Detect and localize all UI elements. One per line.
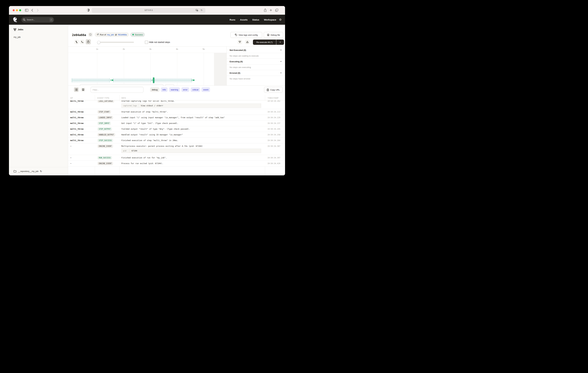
- flat-gantt-view-button[interactable]: [74, 40, 79, 44]
- gantt-marker-dot[interactable]: [193, 79, 195, 81]
- gantt-step-span[interactable]: [113, 78, 151, 82]
- log-event-type-cell: LOADED_INPUT: [95, 115, 119, 120]
- log-structured-view-button[interactable]: [81, 87, 85, 92]
- slider-thumb[interactable]: [97, 41, 100, 44]
- log-row[interactable]: multi_threeLOADED_INPUTLoaded input "i" …: [68, 115, 285, 121]
- privacy-shield-icon[interactable]: [87, 9, 90, 12]
- sidebar-jobs-header: Jobs: [14, 28, 23, 31]
- log-row[interactable]: multi_threeSTEP_SUCCESSFinished executio…: [68, 138, 285, 143]
- section-not-executed[interactable]: Not Executed (0) ▼: [227, 47, 285, 53]
- log-row[interactable]: multi_threeHANDLED_OUTPUTHandled output …: [68, 132, 285, 138]
- event-type-tag: STEP_INPUT: [97, 121, 111, 125]
- log-event-type-cell: RUN_SUCCESS: [95, 155, 119, 161]
- event-type-tag: LOADED_INPUT: [97, 116, 113, 119]
- new-tab-icon[interactable]: [270, 9, 272, 11]
- log-row[interactable]: multi_threeSTEP_OUTPUTYielded output "re…: [68, 126, 285, 132]
- job-link[interactable]: my_job: [107, 33, 114, 36]
- log-op: multi_three: [68, 100, 95, 102]
- snapshot-link[interactable]: f92d468a: [118, 33, 127, 36]
- expand-panel-icon[interactable]: [245, 40, 250, 44]
- log-row[interactable]: multi_threeLOGS_CAPTUREDStarted capturin…: [68, 100, 285, 109]
- reexecute-all-button[interactable]: Re-execute All (*): [253, 40, 276, 45]
- zoom-window-button[interactable]: [19, 9, 21, 11]
- reload-icon[interactable]: ↻: [200, 9, 203, 11]
- log-event-type-cell: STEP_OUTPUT: [95, 126, 119, 132]
- log-row[interactable]: multi_threeSTEP_STARTStarted execution o…: [68, 109, 285, 115]
- log-row[interactable]: multi_threeSTEP_INPUTGot input "i" of ty…: [68, 121, 285, 126]
- log-list-view-button[interactable]: [74, 87, 79, 92]
- debug-file-button[interactable]: Debug file: [264, 32, 283, 38]
- reload-repository-icon[interactable]: ↻: [40, 170, 42, 173]
- nav-item-status[interactable]: Status: [252, 18, 259, 21]
- log-level-chip-event[interactable]: event: [201, 87, 210, 92]
- global-search-input[interactable]: Search... /: [21, 17, 54, 22]
- minimize-window-button[interactable]: [16, 9, 18, 11]
- log-info-cell: Started execution of step "multi_three".: [119, 109, 265, 115]
- app-header: Search... / RunsAssetsStatusWorkspace ⚙: [9, 15, 285, 25]
- gantt-step-span[interactable]: [155, 78, 191, 82]
- nav-item-workspace[interactable]: Workspace: [264, 18, 276, 21]
- log-row[interactable]: -RUN_SUCCESSFinished execution of run fo…: [68, 155, 285, 161]
- log-filter-input[interactable]: Filter...: [91, 87, 143, 93]
- log-level-chip-info[interactable]: info: [161, 87, 168, 92]
- copy-url-button[interactable]: Copy URL: [264, 87, 283, 93]
- share-icon[interactable]: [264, 9, 266, 12]
- log-op: -: [68, 161, 95, 166]
- log-level-chip-warning[interactable]: warning: [169, 87, 180, 92]
- log-level-chip-critical[interactable]: critical: [191, 87, 200, 92]
- log-level-chip-debug[interactable]: debug: [150, 87, 159, 92]
- event-type-tag: HANDLED_OUTPUT: [97, 133, 115, 136]
- nav-item-runs[interactable]: Runs: [230, 18, 235, 21]
- metadata-value[interactable]: View stdout / stderr: [139, 104, 165, 108]
- gantt-marker-dot[interactable]: [112, 79, 113, 81]
- log-row[interactable]: -ENGINE_EVENTProcess for run exited (pid…: [68, 161, 285, 166]
- hide-not-started-label: Hide not started steps: [149, 41, 170, 44]
- sidebar-toggle-icon[interactable]: [25, 9, 28, 12]
- log-event-type-cell: ENGINE_EVENT: [95, 143, 119, 155]
- sidebar-repository-footer[interactable]: __repository__my_job ↻: [9, 167, 68, 175]
- log-info-text: Loaded input "i" using input manager "io…: [121, 116, 263, 119]
- run-info-icon[interactable]: ⓘ: [88, 33, 93, 37]
- reexecute-options-dropdown[interactable]: ▼: [276, 40, 284, 45]
- sidebar-item-my-job[interactable]: my_job: [14, 36, 21, 38]
- collapse-panel-icon[interactable]: [238, 40, 242, 44]
- gantt-marker-open[interactable]: [110, 79, 112, 81]
- copy-url-label: Copy URL: [270, 89, 280, 91]
- settings-gear-icon[interactable]: ⚙: [279, 18, 282, 22]
- section-executing[interactable]: Executing (0) ▼: [227, 59, 285, 65]
- log-op: multi_three: [68, 109, 95, 115]
- forward-icon[interactable]: [37, 9, 39, 12]
- dagster-logo-icon[interactable]: [12, 17, 19, 23]
- log-metadata-table: pid67104: [121, 149, 261, 153]
- address-bar[interactable]: 127.0.0.1 A文 ↻: [92, 8, 205, 13]
- log-info-text: Started execution of step "multi_three".: [121, 111, 263, 113]
- hide-not-started-checkbox[interactable]: [145, 41, 148, 44]
- tab-overview-icon[interactable]: [275, 9, 278, 12]
- waterfall-view-button[interactable]: [80, 40, 84, 44]
- gantt-zoom-slider[interactable]: [97, 42, 134, 43]
- view-tags-config-button[interactable]: View tags and config: [230, 32, 262, 38]
- close-window-button[interactable]: [13, 9, 15, 11]
- log-metadata-table: captured_logsView stdout / stderr: [121, 104, 261, 108]
- gantt-marker-bar[interactable]: [153, 77, 154, 83]
- gantt-chart[interactable]: Type a Step Subset (ex: add_two+*) Hide …: [68, 46, 227, 86]
- timed-gantt-view-button[interactable]: [86, 39, 91, 44]
- step-subset-input[interactable]: Type a Step Subset (ex: add_two+*): [80, 84, 164, 86]
- log-row[interactable]: -ENGINE_EVENTMultiprocess executor: pare…: [68, 143, 285, 155]
- column-header-event-type: EVENT TYPE: [97, 97, 109, 99]
- nav-item-assets[interactable]: Assets: [240, 18, 248, 21]
- back-icon[interactable]: [31, 9, 33, 12]
- gantt-step-span[interactable]: [72, 78, 110, 82]
- log-level-chip-error[interactable]: error: [181, 87, 189, 92]
- translate-icon[interactable]: A文: [196, 9, 198, 11]
- section-caption-row: No steps are waiting to execute: [227, 53, 285, 59]
- section-errored[interactable]: Errored (0) ▼: [227, 70, 285, 76]
- log-info-cell: Handled output "result" using IO manager…: [119, 132, 265, 138]
- browser-titlebar: 127.0.0.1 A文 ↻: [9, 6, 285, 15]
- log-timestamp: 19:50:34.213: [265, 109, 285, 115]
- log-op: multi_three: [68, 132, 95, 138]
- log-op: -: [68, 143, 95, 155]
- gantt-axis-tick: 5s: [200, 48, 207, 50]
- apply-subset-button[interactable]: [165, 84, 174, 86]
- log-event-type-cell: STEP_START: [95, 109, 119, 115]
